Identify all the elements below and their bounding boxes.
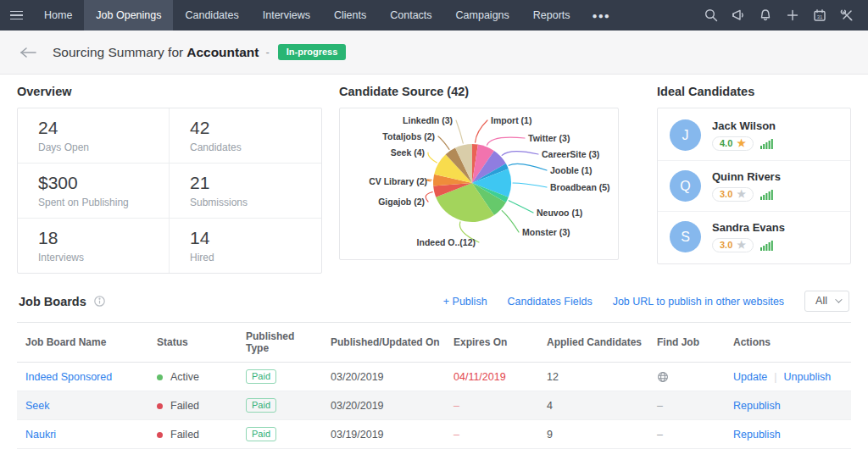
rating-pill: 3.0★ (712, 187, 754, 202)
stat-label: Candidates (190, 141, 313, 153)
megaphone-icon[interactable] (727, 4, 749, 26)
pie-label: Indeed O..(12) (417, 237, 476, 247)
col-job-board-name: Job Board Name (17, 323, 148, 363)
summary-panels: Overview 24 Days Open 42 Candidates $300… (0, 75, 868, 274)
top-navbar: Home Job Openings Candidates Interviews … (0, 0, 868, 30)
stat-spent-on-publishing: $300 Spent on Publishing (18, 164, 170, 219)
stat-label: Spent on Publishing (38, 197, 160, 208)
job-board-link[interactable]: Seek (25, 400, 50, 412)
candidates-fields-link[interactable]: Candidates Fields (508, 296, 593, 308)
job-url-link[interactable]: Job URL to publish in other websites (613, 296, 784, 308)
menu-icon[interactable] (0, 0, 32, 30)
pie-label: CV Library (2) (369, 176, 427, 186)
actions-cell: Update|Unpublish (725, 363, 851, 391)
pie-leader-line (513, 183, 547, 187)
status-text: Active (170, 371, 199, 383)
stat-label: Submissions (190, 197, 313, 208)
candidate-item[interactable]: J Jack Wilson 4.0★ (658, 110, 850, 160)
nav-item-contacts[interactable]: Contacts (378, 0, 443, 30)
overview-heading: Overview (17, 85, 322, 98)
signal-bars-icon (760, 240, 774, 251)
find-job-cell: – (648, 420, 725, 449)
ideal-candidates-section: Ideal Candidates J Jack Wilson 4.0★ Q Qu… (657, 85, 851, 274)
job-board-link[interactable]: Indeed Sponsored (25, 371, 112, 383)
page-title: Sourcing Summary forAccountant (53, 45, 259, 60)
tools-icon[interactable] (836, 4, 858, 26)
pie-label: Import (1) (491, 115, 531, 125)
pie-leader-line (509, 201, 533, 213)
candidate-name[interactable]: Quinn Rivers (712, 170, 781, 183)
pie-chart: Import (1)Twitter (3)CareerSite (3)Joobl… (340, 108, 618, 259)
nav-icon-group: 31 (700, 0, 868, 30)
pie-label: Totaljobs (2) (382, 131, 435, 141)
pie-label: Seek (4) (391, 147, 425, 158)
candidate-source-heading: Candidate Source (42) (339, 85, 619, 98)
candidate-name[interactable]: Sandra Evans (712, 221, 785, 234)
job-boards-table: Job Board Name Status Published Type Pub… (17, 322, 851, 449)
job-boards-header: Job Boards + Publish Candidates Fields J… (0, 274, 868, 322)
publish-button[interactable]: + Publish (443, 296, 487, 308)
col-published-on: Published/Updated On (322, 323, 445, 363)
pie-leader-line (476, 120, 487, 142)
expires-on-cell: – (445, 391, 538, 420)
avatar: Q (670, 170, 701, 202)
status-dot (157, 374, 163, 380)
table-row: Naukri Failed Paid 03/19/2019 – 9 – Repu… (17, 420, 851, 449)
nav-item-home[interactable]: Home (32, 0, 84, 30)
stat-label: Interviews (38, 252, 160, 263)
nav-item-campaigns[interactable]: Campaigns (444, 0, 521, 30)
action-divider: | (774, 371, 776, 383)
pie-label: Monster (3) (522, 227, 570, 237)
pie-label: Neuvoo (1) (537, 208, 582, 218)
nav-more-icon[interactable]: ●●● (582, 0, 620, 30)
nav-item-interviews[interactable]: Interviews (251, 0, 322, 30)
stat-value: $300 (38, 173, 160, 193)
globe-icon[interactable] (657, 371, 720, 383)
pie-leader-line (438, 136, 449, 149)
nav-item-reports[interactable]: Reports (521, 0, 582, 30)
candidate-item[interactable]: S Sandra Evans 3.0★ (658, 211, 850, 262)
published-type-cell: Paid (237, 391, 322, 420)
pie-label: Twitter (3) (528, 133, 570, 143)
stat-interviews: 18 Interviews (18, 219, 170, 273)
calendar-icon[interactable]: 31 (809, 4, 831, 26)
filter-dropdown[interactable]: All (804, 291, 849, 312)
published-on-cell: 03/20/2019 (322, 363, 445, 391)
status-text: Failed (170, 429, 199, 441)
candidate-source-chart: Import (1)Twitter (3)CareerSite (3)Joobl… (339, 108, 619, 260)
candidate-item[interactable]: Q Quinn Rivers 3.0★ (658, 160, 850, 211)
pie-label: Gigajob (2) (378, 197, 425, 207)
update-link[interactable]: Update (733, 371, 767, 383)
job-board-name-cell: Seek (17, 391, 148, 420)
signal-bars-icon (760, 138, 774, 149)
pie-leader-line (456, 120, 463, 143)
nav-item-job-openings[interactable]: Job Openings (84, 0, 173, 30)
back-arrow-icon[interactable] (19, 47, 37, 58)
nav-item-clients[interactable]: Clients (322, 0, 378, 30)
published-type-cell: Paid (237, 420, 322, 449)
find-job-cell: – (648, 391, 725, 420)
col-applied-candidates: Applied Candidates (538, 323, 648, 363)
unpublish-link[interactable]: Unpublish (784, 371, 832, 383)
add-icon[interactable] (782, 4, 804, 26)
info-icon[interactable] (93, 295, 106, 308)
stat-label: Hired (190, 252, 313, 263)
status-text: Failed (170, 400, 199, 412)
rating-value: 3.0 (720, 189, 732, 199)
notifications-icon[interactable] (754, 4, 776, 26)
page-title-entity: Accountant (186, 45, 259, 59)
republish-link[interactable]: Republish (733, 400, 781, 412)
status-badge: In-progress (278, 44, 347, 60)
search-icon[interactable] (700, 4, 722, 26)
col-status: Status (148, 323, 237, 363)
rating-value: 3.0 (720, 240, 732, 250)
candidate-name[interactable]: Jack Wilson (712, 119, 776, 132)
col-published-type: Published Type (237, 323, 322, 363)
job-board-link[interactable]: Naukri (25, 429, 56, 441)
ideal-candidates-heading: Ideal Candidates (657, 85, 851, 98)
chevron-down-icon (835, 296, 842, 302)
nav-item-candidates[interactable]: Candidates (173, 0, 250, 30)
rating-pill: 4.0★ (712, 136, 754, 151)
pie-label: Jooble (1) (550, 165, 593, 175)
republish-link[interactable]: Republish (733, 429, 781, 441)
